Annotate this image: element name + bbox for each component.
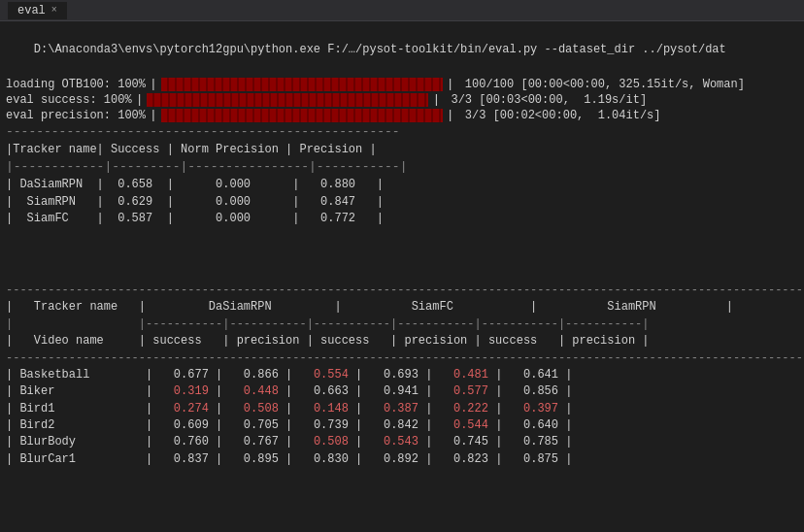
eval-success-label: eval success: 100%	[6, 93, 132, 107]
loading-progress-bar	[161, 78, 443, 91]
table-row: | Biker | 0.319 | 0.448 | 0.663 | 0.941 …	[6, 383, 798, 400]
tab-label: eval	[17, 4, 46, 17]
eval-success-progress-bar	[147, 93, 428, 107]
loading-label: loading OTB100: 100%	[6, 78, 146, 91]
table1-sep: |------------|---------|----------------…	[6, 158, 798, 177]
eval-success-progress-info: 3/3 [00:03<00:00, 1.19s/it]	[444, 93, 647, 107]
eval-success-progress-line: eval success: 100% | | 3/3 [00:03<00:00,…	[6, 92, 798, 107]
title-bar: eval ×	[0, 0, 804, 21]
table2-sep1: | |-----------|-----------|-----------|-…	[6, 316, 798, 333]
eval-precision-progress-info: 3/3 [00:02<00:00, 1.04it/s]	[458, 109, 661, 122]
command-line: D:\Anaconda3\envs\pytorch12gpu\python.ex…	[6, 25, 798, 76]
loading-progress-info: 100/100 [00:00<00:00, 325.15it/s, Woman]	[458, 78, 745, 91]
eval-tab[interactable]: eval ×	[8, 2, 67, 19]
table2-rows: | Basketball | 0.677 | 0.866 | 0.554 | 0…	[6, 367, 798, 468]
table-row: | SiamFC | 0.587 | 0.000 | 0.772 |	[6, 211, 798, 227]
table-row: | Basketball | 0.677 | 0.866 | 0.554 | 0…	[6, 367, 798, 383]
table2-subheader: | Video name | success | precision | suc…	[6, 333, 798, 349]
table-row: | Bird2 | 0.609 | 0.705 | 0.739 | 0.842 …	[6, 417, 798, 434]
eval-precision-label: eval precision: 100%	[6, 109, 146, 122]
table-row: | SiamRPN | 0.629 | 0.000 | 0.847 |	[6, 194, 798, 211]
table-row: | BlurCar1 | 0.837 | 0.895 | 0.830 | 0.8…	[6, 451, 798, 468]
table2-sep2: ----------------------------------------…	[6, 350, 798, 367]
table2-header: | Tracker name | DaSiamRPN | SiamFC | Si…	[6, 299, 798, 316]
table1-header: |Tracker name| Success | Norm Precision …	[6, 142, 798, 158]
tab-close-button[interactable]: ×	[51, 5, 57, 16]
table-row: | DaSiamRPN | 0.658 | 0.000 | 0.880 |	[6, 177, 798, 193]
table-row: | BlurBody | 0.760 | 0.767 | 0.508 | 0.5…	[6, 434, 798, 450]
eval-precision-progress-bar	[161, 109, 443, 122]
eval-precision-progress-line: eval precision: 100% | | 3/3 [00:02<00:0…	[6, 108, 798, 122]
separator-1: ----------------------------------------…	[6, 123, 798, 142]
separator-2: ----------------------------------------…	[6, 283, 798, 299]
separator-blank3	[6, 264, 798, 283]
separator-blank2	[6, 246, 798, 264]
terminal-content: D:\Anaconda3\envs\pytorch12gpu\python.ex…	[0, 21, 804, 532]
table-row: | Bird1 | 0.274 | 0.508 | 0.148 | 0.387 …	[6, 401, 798, 417]
loading-progress-line: loading OTB100: 100% | | 100/100 [00:00<…	[6, 77, 798, 91]
separator-blank	[6, 227, 798, 246]
